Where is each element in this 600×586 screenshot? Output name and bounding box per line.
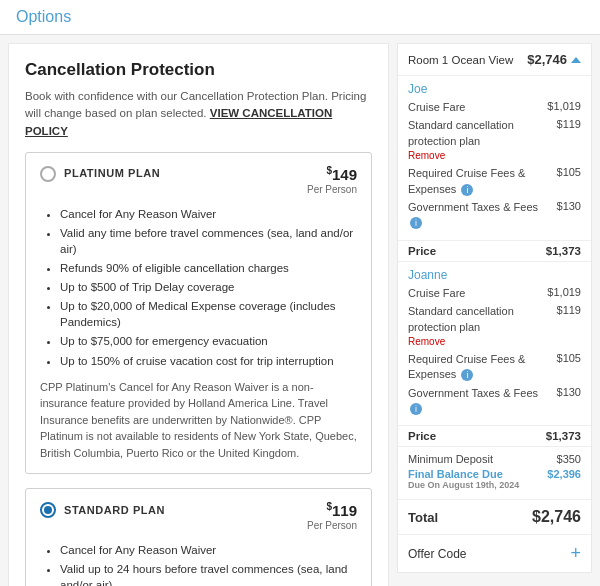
taxes-info-icon-joe[interactable]: i — [410, 217, 422, 229]
platinum-plan-card: PLATINUM PLAN $149 Per Person Cancel for… — [25, 152, 372, 474]
intro-text: Book with confidence with our Cancellati… — [25, 88, 372, 140]
list-item: Up to $20,000 of Medical Expense coverag… — [60, 298, 357, 330]
protection-joanne: Standard cancellation protection plan Re… — [408, 304, 581, 349]
total-amount: $2,746 — [532, 508, 581, 526]
price-row-joe: Price $1,373 — [398, 241, 591, 262]
page-header: Options — [0, 0, 600, 35]
left-panel: Cancellation Protection Book with confid… — [8, 43, 389, 586]
protection-joe: Standard cancellation protection plan Re… — [408, 118, 581, 163]
person-name-joanne: Joanne — [408, 268, 581, 282]
room-header: Room 1 Ocean View $2,746 — [398, 44, 591, 76]
section-title: Cancellation Protection — [25, 60, 372, 80]
list-item: Up to 150% of cruise vacation cost for t… — [60, 353, 357, 369]
offer-code-label: Offer Code — [408, 547, 466, 561]
page-title: Options — [16, 8, 584, 26]
list-item: Up to $500 of Trip Delay coverage — [60, 279, 357, 295]
person-section-joe: Joe Cruise Fare $1,019 Standard cancella… — [398, 76, 591, 241]
price-row-joanne: Price $1,373 — [398, 426, 591, 447]
person-section-joanne: Joanne Cruise Fare $1,019 Standard cance… — [398, 262, 591, 427]
chevron-up-icon[interactable] — [571, 57, 581, 63]
room-title: Room 1 Ocean View — [408, 54, 513, 66]
final-balance-row: Final Balance Due Due On August 19th, 20… — [408, 468, 581, 490]
taxes-joe: Government Taxes & Fees i $130 — [408, 200, 581, 231]
standard-plan-price: $119 Per Person — [307, 501, 357, 532]
fees-info-icon-joanne[interactable]: i — [461, 369, 473, 381]
platinum-plan-header: PLATINUM PLAN $149 Per Person — [40, 165, 357, 196]
total-label: Total — [408, 510, 438, 525]
right-panel: Room 1 Ocean View $2,746 Joe Cruise Fare… — [397, 43, 592, 573]
taxes-joanne: Government Taxes & Fees i $130 — [408, 386, 581, 417]
platinum-features-list: Cancel for Any Reason Waiver Valid any t… — [40, 206, 357, 369]
platinum-plan-price: $149 Per Person — [307, 165, 357, 196]
offer-code-row[interactable]: Offer Code + — [398, 535, 591, 572]
fees-joanne: Required Cruise Fees & Expenses i $105 — [408, 352, 581, 383]
remove-protection-joe[interactable]: Remove — [408, 149, 445, 163]
person-name-joe: Joe — [408, 82, 581, 96]
list-item: Refunds 90% of eligible cancellation cha… — [60, 260, 357, 276]
platinum-plan-name: PLATINUM PLAN — [64, 167, 160, 179]
list-item: Valid any time before travel commences (… — [60, 225, 357, 257]
remove-protection-joanne[interactable]: Remove — [408, 335, 445, 349]
cruise-fare-joe: Cruise Fare $1,019 — [408, 100, 581, 115]
plus-icon[interactable]: + — [570, 543, 581, 564]
list-item: Cancel for Any Reason Waiver — [60, 542, 357, 558]
platinum-description: CPP Platinum's Cancel for Any Reason Wai… — [40, 379, 357, 462]
list-item: Up to $75,000 for emergency evacuation — [60, 333, 357, 349]
total-row: Total $2,746 — [398, 500, 591, 535]
room-total-amount: $2,746 — [527, 52, 567, 67]
standard-features-list: Cancel for Any Reason Waiver Valid up to… — [40, 542, 357, 586]
summary-section: Minimum Deposit $350 Final Balance Due D… — [398, 447, 591, 500]
list-item: Cancel for Any Reason Waiver — [60, 206, 357, 222]
standard-plan-card: STANDARD PLAN $119 Per Person Cancel for… — [25, 488, 372, 586]
taxes-info-icon-joanne[interactable]: i — [410, 403, 422, 415]
fees-info-icon-joe[interactable]: i — [461, 184, 473, 196]
cruise-fare-joanne: Cruise Fare $1,019 — [408, 286, 581, 301]
platinum-radio[interactable] — [40, 166, 56, 182]
fees-joe: Required Cruise Fees & Expenses i $105 — [408, 166, 581, 197]
standard-plan-header: STANDARD PLAN $119 Per Person — [40, 501, 357, 532]
minimum-deposit-row: Minimum Deposit $350 — [408, 453, 581, 465]
list-item: Valid up to 24 hours before travel comme… — [60, 561, 357, 586]
standard-plan-name: STANDARD PLAN — [64, 504, 165, 516]
standard-radio[interactable] — [40, 502, 56, 518]
